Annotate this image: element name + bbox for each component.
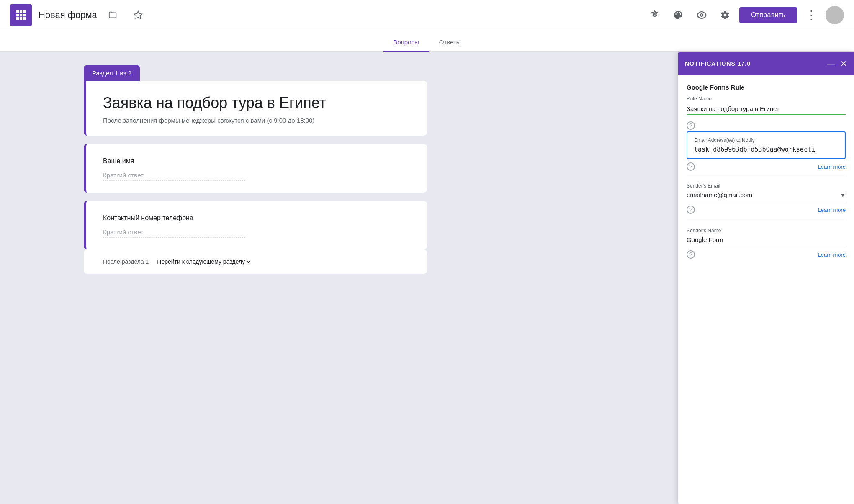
form-title-card: Заявка на подбор тура в Египет После зап…	[84, 81, 427, 136]
sender-email-select[interactable]: emailname@gmail.com ▼	[687, 191, 846, 202]
folder-icon[interactable]	[104, 6, 122, 24]
help-row-1: ?	[687, 121, 846, 130]
panel-header: NOTIFICATIONS 17.0 — ✕	[678, 52, 854, 75]
field-answer-name[interactable]: Краткий ответ	[103, 172, 245, 181]
learn-more-2[interactable]: Learn more	[818, 207, 846, 213]
field-card-phone: Контактный номер телефона Краткий ответ	[84, 201, 427, 249]
topbar: Новая форма	[0, 0, 854, 30]
preview-icon[interactable]	[692, 6, 711, 24]
settings-icon[interactable]	[716, 6, 734, 24]
form-description: После заполнения формы менеджеры свяжутс…	[103, 117, 410, 124]
field-card-name: Ваше имя Краткий ответ	[84, 144, 427, 193]
email-notify-label: Email Address(es) to Notify	[694, 137, 838, 143]
sender-name-label: Sender's Name	[687, 228, 846, 234]
tab-questions[interactable]: Вопросы	[383, 39, 429, 52]
tab-answers[interactable]: Ответы	[429, 39, 471, 52]
rule-name-group: Rule Name	[687, 96, 846, 115]
svg-rect-1	[20, 10, 22, 13]
after-section: После раздела 1 Перейти к следующему раз…	[84, 249, 427, 274]
sender-email-section: Sender's Email emailname@gmail.com ▼	[687, 183, 846, 202]
minimize-icon[interactable]: —	[827, 59, 835, 69]
dropdown-arrow: ▼	[840, 192, 846, 198]
help-row-2: ? Learn more	[687, 162, 846, 171]
more-icon[interactable]: ⋮	[802, 6, 821, 24]
field-label-name: Ваше имя	[103, 157, 410, 165]
palette-icon[interactable]	[669, 6, 687, 24]
sender-name-section: Sender's Name Google Form	[687, 228, 846, 247]
help-row-4: ? Learn more	[687, 250, 846, 259]
send-button[interactable]: Отправить	[739, 7, 797, 23]
field-answer-phone[interactable]: Краткий ответ	[103, 229, 245, 238]
panel-body: Google Forms Rule Rule Name ? Email Addr…	[678, 75, 854, 269]
panel-section-title: Google Forms Rule	[687, 84, 846, 91]
after-section-label: После раздела 1	[103, 258, 149, 265]
notifications-panel: NOTIFICATIONS 17.0 — ✕ Google Forms Rule…	[678, 52, 854, 504]
svg-rect-7	[20, 17, 22, 20]
rule-name-label: Rule Name	[687, 96, 846, 102]
help-icon-2[interactable]: ?	[687, 162, 695, 171]
close-icon[interactable]: ✕	[840, 59, 847, 69]
rule-name-input[interactable]	[687, 103, 846, 115]
avatar	[826, 6, 844, 24]
topbar-left: Новая форма	[10, 4, 646, 26]
svg-rect-5	[23, 13, 26, 16]
svg-rect-8	[23, 17, 26, 20]
panel-title: NOTIFICATIONS 17.0	[685, 60, 751, 67]
divider-2	[687, 219, 846, 219]
svg-rect-0	[16, 10, 19, 13]
svg-marker-9	[134, 11, 142, 18]
email-notify-value: task_d869963dbfd53b0aa@worksecti	[694, 146, 838, 153]
help-row-3: ? Learn more	[687, 206, 846, 214]
after-section-select[interactable]: Перейти к следующему разделу	[155, 258, 252, 265]
svg-rect-2	[23, 10, 26, 13]
sender-name-value: Google Form	[687, 236, 846, 247]
svg-rect-4	[20, 13, 22, 16]
help-icon-3[interactable]: ?	[687, 206, 695, 214]
star-icon[interactable]	[129, 6, 147, 24]
topbar-right: Отправить ⋮	[646, 6, 844, 24]
tabs: Вопросы Ответы	[0, 30, 854, 52]
help-icon-4[interactable]: ?	[687, 250, 695, 259]
section-label: Раздел 1 из 2	[84, 65, 140, 81]
svg-rect-6	[16, 17, 19, 20]
svg-rect-3	[16, 13, 19, 16]
learn-more-3[interactable]: Learn more	[818, 252, 846, 258]
panel-header-icons: — ✕	[827, 59, 847, 69]
addon-icon[interactable]	[646, 6, 664, 24]
email-notify-box[interactable]: Email Address(es) to Notify task_d869963…	[687, 131, 846, 159]
sender-email-label: Sender's Email	[687, 183, 846, 189]
main-area: Раздел 1 из 2 Заявка на подбор тура в Ег…	[0, 52, 854, 504]
form-title: Новая форма	[39, 10, 97, 21]
learn-more-1[interactable]: Learn more	[818, 164, 846, 170]
divider-1	[687, 176, 846, 176]
svg-point-11	[700, 14, 703, 16]
sender-email-value: emailname@gmail.com	[687, 191, 752, 198]
form-main-title: Заявка на подбор тура в Египет	[103, 94, 410, 112]
field-label-phone: Контактный номер телефона	[103, 214, 410, 222]
app-icon	[10, 4, 32, 26]
help-icon-1[interactable]: ?	[687, 121, 695, 130]
